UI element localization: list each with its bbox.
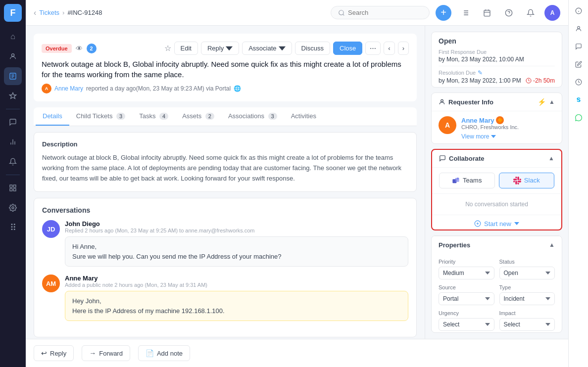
right-icon-panel <box>568 0 588 367</box>
svg-rect-3 <box>13 185 16 187</box>
source-select[interactable]: Portal Email Phone <box>439 292 494 305</box>
reply-bar: ↩ Reply → Forward 📄 Add note <box>26 339 568 367</box>
view-more-link[interactable]: View more <box>461 133 555 140</box>
requester-collapse-icon[interactable]: ▲ <box>549 98 555 105</box>
app-logo[interactable]: F <box>4 4 22 22</box>
overdue-badge: Overdue <box>42 44 72 53</box>
edit-panel-icon[interactable] <box>572 57 586 71</box>
close-button[interactable]: Close <box>333 42 362 55</box>
collaborate-action: Start new <box>432 215 561 230</box>
portal-icon: 🌐 <box>234 85 241 92</box>
conversations-section: Conversations JD John Diego Replied 2 ho… <box>34 198 417 337</box>
collaborate-icon <box>439 155 446 162</box>
discuss-button[interactable]: Discuss <box>295 42 331 55</box>
user-panel-icon[interactable] <box>572 22 586 36</box>
urgency-label: Urgency <box>439 310 494 316</box>
menu-button[interactable] <box>457 5 473 21</box>
breadcrumb-current: #INC-91248 <box>67 9 102 16</box>
conversation-item: JD John Diego Replied 2 hours ago (Mon, … <box>42 220 408 267</box>
teams-tab[interactable]: Teams <box>439 173 495 188</box>
prev-ticket-button[interactable]: ‹ <box>384 42 394 55</box>
requester-card-header[interactable]: Requester Info ⚡ ▲ <box>432 93 562 111</box>
type-select[interactable]: Incident Service Request Problem <box>499 292 555 305</box>
ticket-meta: A Anne Mary reported a day ago(Mon, 23 M… <box>42 84 409 93</box>
sidebar-item-deals[interactable] <box>4 87 22 105</box>
start-new-dropdown-icon <box>514 222 519 225</box>
freshdesk-panel-icon[interactable] <box>572 111 586 125</box>
requester-avatar: A <box>439 116 456 134</box>
properties-collapse-icon[interactable]: ▲ <box>549 241 555 248</box>
requester-name: Anne Mary 🔶 <box>461 116 555 124</box>
impact-select[interactable]: Select Low Medium High <box>499 318 555 331</box>
chat-panel-icon[interactable] <box>572 40 586 53</box>
right-sidebar: Open First Response Due by Mon, 23 May 2… <box>425 26 568 339</box>
skype-panel-icon[interactable] <box>572 93 586 107</box>
anne-conv-body: Anne Mary Added a public note 2 hours ag… <box>65 275 408 321</box>
next-ticket-button[interactable]: › <box>398 42 409 55</box>
properties-header[interactable]: Properties ▲ <box>432 236 562 254</box>
tab-tasks[interactable]: Tasks 4 <box>132 107 175 126</box>
urgency-select[interactable]: Select Low Medium High <box>439 318 494 331</box>
tab-activities[interactable]: Activities <box>284 107 323 126</box>
help-button[interactable] <box>501 5 517 21</box>
notifications-button[interactable] <box>523 5 539 21</box>
priority-select[interactable]: Medium Low High Urgent <box>439 267 494 279</box>
sidebar-item-settings[interactable] <box>4 199 22 217</box>
content-area: Overdue 👁 2 ☆ Edit Reply Associate <box>26 26 568 339</box>
sidebar-item-analytics[interactable] <box>4 133 22 151</box>
requester-lightning-icon[interactable]: ⚡ <box>538 98 546 106</box>
impact-label: Impact <box>499 310 555 316</box>
more-button[interactable]: ⋯ <box>365 42 381 55</box>
tab-child-tickets[interactable]: Child Tickets 3 <box>69 107 132 126</box>
reporter-avatar: A <box>42 84 51 93</box>
start-new-button[interactable]: Start new <box>474 220 519 228</box>
john-conv-meta: Replied 2 hours ago (Mon, 23 May at 9:25… <box>65 228 408 233</box>
collaborate-header[interactable]: Collaborate ▲ <box>432 150 561 167</box>
watch-icon[interactable]: 👁 <box>76 45 83 52</box>
status-label: Status <box>499 259 555 265</box>
source-label: Source <box>439 284 494 290</box>
sidebar-item-contacts[interactable] <box>4 47 22 65</box>
edit-resolution-icon[interactable]: ✎ <box>478 69 483 76</box>
tab-assets[interactable]: Assets 2 <box>175 107 221 126</box>
sidebar-item-tickets[interactable] <box>4 67 22 85</box>
reply-button[interactable]: Reply <box>201 42 239 55</box>
add-note-action-button[interactable]: 📄 Add note <box>138 345 190 361</box>
associate-button[interactable]: Associate <box>242 42 292 55</box>
search-bar[interactable] <box>331 6 430 19</box>
sidebar-item-home[interactable]: ⌂ <box>4 28 22 46</box>
sidebar-item-bell[interactable] <box>4 153 22 171</box>
star-button[interactable]: ☆ <box>164 44 171 53</box>
tab-associations[interactable]: Associations 3 <box>221 107 284 126</box>
edit-button[interactable]: Edit <box>174 42 198 55</box>
sidebar-item-grid[interactable] <box>4 179 22 197</box>
reply-action-button[interactable]: ↩ Reply <box>34 345 74 361</box>
anne-avatar: AM <box>42 275 60 292</box>
collaborate-collapse-icon[interactable]: ▲ <box>548 155 554 162</box>
add-button[interactable]: + <box>436 5 451 21</box>
sla-block: Open First Response Due by Mon, 23 May 2… <box>432 32 562 88</box>
sidebar-item-chat[interactable] <box>4 113 22 131</box>
user-avatar[interactable]: A <box>544 5 560 21</box>
status-select[interactable]: Open Pending Resolved Closed <box>499 267 555 279</box>
rail-divider-2 <box>6 175 20 175</box>
ticket-header: Overdue 👁 2 ☆ Edit Reply Associate <box>34 34 417 101</box>
svg-rect-5 <box>13 188 16 191</box>
header-actions: ☆ Edit Reply Associate <box>164 42 409 55</box>
slack-icon <box>513 177 521 184</box>
topbar: ‹ Tickets › #INC-91248 + A <box>26 0 568 26</box>
reporter-name[interactable]: Anne Mary <box>54 85 83 92</box>
clock-panel-icon[interactable] <box>572 75 586 89</box>
forward-action-button[interactable]: → Forward <box>82 345 130 361</box>
collaborate-card: Collaborate ▲ Teams <box>431 149 562 230</box>
requester-card-title: Requester Info <box>439 98 493 106</box>
icon-rail: F ⌂ ⠿ <box>0 0 26 367</box>
slack-tab[interactable]: Slack <box>499 173 555 188</box>
info-panel-icon[interactable] <box>572 4 586 18</box>
search-input[interactable] <box>348 9 412 16</box>
breadcrumb-parent[interactable]: Tickets <box>39 9 59 16</box>
tab-details[interactable]: Details <box>36 107 69 126</box>
source-field: Source Portal Email Phone <box>439 284 494 305</box>
sidebar-item-more[interactable]: ⠿ <box>4 219 22 236</box>
calendar-button[interactable] <box>479 5 495 21</box>
